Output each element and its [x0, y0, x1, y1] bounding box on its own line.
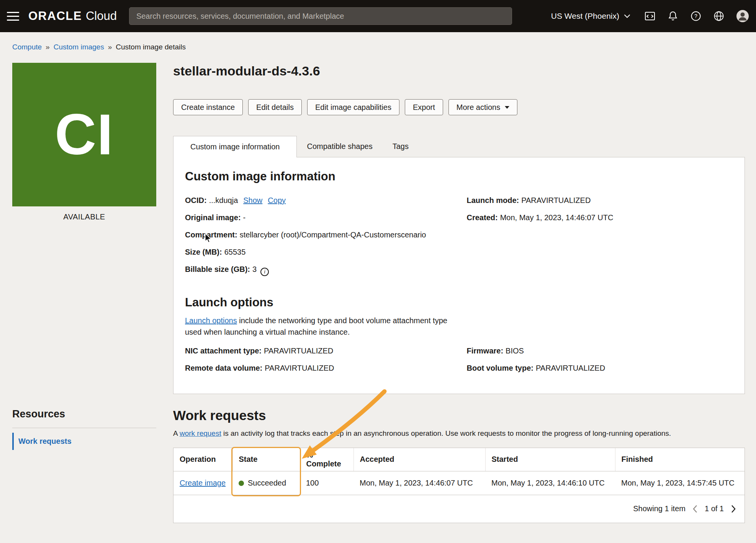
field-value: PARAVIRTUALIZED	[265, 364, 334, 372]
work-requests-description: A work request is an activity log that t…	[173, 429, 745, 438]
launch-options-left: NIC attachment type:PARAVIRTUALIZED Remo…	[185, 342, 452, 377]
edit-details-button[interactable]: Edit details	[248, 99, 302, 115]
work-requests-heading: Work requests	[173, 408, 745, 423]
topbar-icons: ?	[644, 10, 749, 23]
breadcrumb-compute-link[interactable]: Compute	[12, 43, 42, 51]
tab-custom-image-information[interactable]: Custom image information	[173, 136, 297, 157]
launch-options-grid: NIC attachment type:PARAVIRTUALIZED Remo…	[185, 342, 733, 377]
breadcrumb-current: Custom image details	[116, 43, 186, 51]
help-icon[interactable]: ?	[690, 10, 702, 22]
sidebar-item-work-requests[interactable]: Work requests	[12, 433, 156, 450]
cloud-shell-icon[interactable]	[644, 10, 656, 22]
col-state: State	[232, 448, 300, 471]
action-buttons: Create instance Edit details Edit image …	[173, 99, 745, 115]
caret-down-icon	[505, 106, 509, 109]
accepted-value: Mon, May 1, 2023, 14:46:07 UTC	[353, 471, 485, 495]
availability-status: AVAILABLE	[12, 213, 156, 221]
globe-icon[interactable]	[713, 10, 725, 22]
table-row: Create image Succeeded 100 Mon, May 1, 2…	[173, 471, 745, 495]
info-fields-right: Launch mode:PARAVIRTUALIZED Created:Mon,…	[467, 192, 733, 278]
tab-compatible-shapes[interactable]: Compatible shapes	[297, 136, 382, 157]
notifications-bell-icon[interactable]	[667, 10, 679, 22]
tab-tags[interactable]: Tags	[383, 136, 419, 157]
search-input[interactable]	[129, 7, 512, 25]
field-value: -	[243, 213, 246, 222]
field-label: Remote data volume:	[185, 364, 262, 372]
svg-text:?: ?	[694, 13, 697, 19]
field-value: BIOS	[506, 347, 524, 355]
col-operation: Operation	[173, 448, 232, 471]
launch-options-description: Launch options include the networking ty…	[185, 315, 451, 338]
edit-image-capabilities-button[interactable]: Edit image capabilities	[307, 99, 399, 115]
field-label: Compartment:	[185, 231, 237, 239]
field-value: 3	[252, 265, 257, 273]
topbar: ORACLE Cloud US West (Phoenix) ?	[0, 0, 756, 32]
main-content: stellar-modular-ds-4.3.6 Create instance…	[173, 63, 745, 523]
export-button[interactable]: Export	[405, 99, 443, 115]
left-column: CI AVAILABLE Resources Work requests	[12, 63, 156, 523]
field-value: PARAVIRTUALIZED	[536, 364, 605, 372]
field-ocid: OCID:...kduqjaShowCopy	[185, 192, 452, 209]
field-label: Launch mode:	[467, 196, 519, 204]
ocid-copy-link[interactable]: Copy	[268, 196, 286, 204]
breadcrumb: Compute » Custom images » Custom image d…	[12, 43, 756, 51]
brand-cloud-text: Cloud	[86, 9, 117, 23]
breadcrumb-separator: »	[46, 43, 50, 51]
ocid-show-link[interactable]: Show	[243, 196, 262, 204]
tab-bar: Custom image information Compatible shap…	[173, 136, 745, 157]
breadcrumb-separator: »	[108, 43, 112, 51]
breadcrumb-custom-images-link[interactable]: Custom images	[54, 43, 104, 51]
field-firmware: Firmware:BIOS	[467, 342, 733, 360]
field-value: stellarcyber (root)/Compartment-QA-Custo…	[240, 231, 426, 239]
field-nic-attachment: NIC attachment type:PARAVIRTUALIZED	[185, 342, 452, 360]
ocid-label: OCID:	[185, 196, 207, 204]
field-label: Boot volume type:	[467, 364, 533, 372]
launch-options-link[interactable]: Launch options	[185, 316, 237, 325]
field-remote-data-volume: Remote data volume:PARAVIRTUALIZED	[185, 360, 452, 377]
more-actions-label: More actions	[457, 103, 501, 112]
region-selector[interactable]: US West (Phoenix)	[551, 11, 630, 21]
launch-options-heading: Launch options	[185, 296, 733, 309]
field-billable-size: Billable size (GB):3i	[185, 261, 452, 278]
state-text: Succeeded	[248, 479, 286, 487]
info-field-grid: OCID:...kduqjaShowCopy Original image:- …	[185, 192, 733, 278]
work-request-link[interactable]: work request	[180, 429, 221, 437]
info-circle-icon[interactable]: i	[260, 268, 269, 276]
started-value: Mon, May 1, 2023, 14:46:10 UTC	[485, 471, 615, 495]
hamburger-menu-icon[interactable]	[6, 10, 20, 23]
showing-count: Showing 1 item	[633, 504, 686, 513]
field-label: NIC attachment type:	[185, 347, 262, 355]
table-header-row: Operation State % Complete Accepted Star…	[173, 448, 745, 471]
brand-oracle-text: ORACLE	[28, 9, 82, 23]
col-percent-complete: % Complete	[300, 448, 353, 471]
chevron-right-icon[interactable]	[731, 505, 736, 513]
field-label: Size (MB):	[185, 248, 222, 256]
region-label: US West (Phoenix)	[551, 11, 619, 21]
wr-desc-after: is an activity log that tracks each step…	[221, 429, 671, 437]
chevron-left-icon[interactable]	[692, 505, 698, 513]
col-finished: Finished	[615, 448, 745, 471]
col-started: Started	[485, 448, 615, 471]
pagination: Showing 1 item 1 of 1	[173, 495, 745, 523]
chevron-down-icon	[624, 14, 630, 18]
resources-heading: Resources	[12, 408, 156, 428]
wr-desc-before: A	[173, 429, 180, 437]
ocid-value: ...kduqja	[209, 196, 238, 204]
oracle-cloud-logo[interactable]: ORACLE Cloud	[28, 9, 117, 23]
more-actions-button[interactable]: More actions	[448, 99, 518, 115]
create-instance-button[interactable]: Create instance	[173, 99, 243, 115]
col-accepted: Accepted	[353, 448, 485, 471]
field-label: Created:	[467, 213, 498, 222]
field-compartment: Compartment:stellarcyber (root)/Compartm…	[185, 226, 452, 244]
panel-heading: Custom image information	[185, 170, 733, 183]
info-fields-left: OCID:...kduqjaShowCopy Original image:- …	[185, 192, 452, 278]
field-size-mb: Size (MB):65535	[185, 244, 452, 261]
field-label: Original image:	[185, 213, 241, 222]
field-label: Billable size (GB):	[185, 265, 250, 273]
create-image-link[interactable]: Create image	[180, 479, 226, 487]
field-boot-volume-type: Boot volume type:PARAVIRTUALIZED	[467, 360, 733, 377]
field-value: PARAVIRTUALIZED	[264, 347, 333, 355]
field-launch-mode: Launch mode:PARAVIRTUALIZED	[467, 192, 733, 209]
avatar-icon[interactable]	[736, 10, 749, 23]
field-created: Created:Mon, May 1, 2023, 14:46:07 UTC	[467, 209, 733, 226]
